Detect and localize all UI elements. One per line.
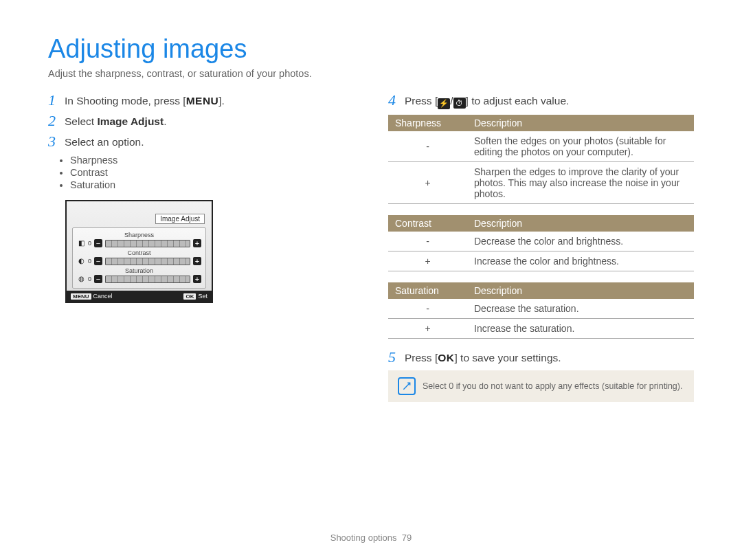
cell-sign: -	[388, 299, 467, 319]
ok-key: OK	[183, 293, 196, 300]
step-5: 5 Press [OK] to save your settings.	[388, 350, 694, 365]
cell-sign: +	[388, 161, 467, 203]
option-saturation: Saturation	[70, 179, 354, 190]
screen-row-bar: ◐ 0 − +	[77, 257, 201, 265]
step-text-before: In Shooting mode, press [	[65, 95, 186, 107]
table-row: -Decrease the saturation.	[388, 299, 694, 319]
screen-row-zero: 0	[88, 240, 91, 247]
content-columns: 1 In Shooting mode, press [MENU]. 2 Sele…	[48, 93, 694, 402]
step-text-before: Select	[65, 115, 97, 127]
page: Adjusting images Adjust the sharpness, c…	[0, 0, 742, 402]
screen-row-zero: 0	[88, 258, 91, 265]
step-number: 5	[388, 350, 405, 365]
step-text-after: ] to adjust each value.	[466, 95, 570, 107]
page-title: Adjusting images	[48, 34, 694, 64]
step-number: 1	[48, 93, 65, 108]
plus-icon: +	[193, 257, 201, 265]
step-text-before: Press [	[405, 95, 438, 107]
menu-key: MENU	[186, 95, 219, 107]
ok-key: OK	[438, 352, 454, 363]
step-text: Select Image Adjust.	[65, 113, 166, 128]
table-row: +Increase the saturation.	[388, 318, 694, 338]
step-text: Select an option.	[65, 134, 144, 148]
step-text: In Shooting mode, press [MENU].	[65, 93, 225, 107]
th-description: Description	[467, 215, 694, 232]
footer-section: Shooting options	[330, 533, 397, 543]
screen-row-bar: ◍ 0 − +	[77, 275, 201, 283]
page-footer: Shooting options 79	[0, 533, 742, 543]
step-number: 4	[388, 93, 405, 108]
saturation-table: SaturationDescription -Decrease the satu…	[388, 282, 694, 339]
saturation-icon: ◍	[77, 276, 85, 282]
slider-track	[105, 240, 190, 247]
th-description: Description	[467, 282, 694, 299]
footer-page: 79	[402, 533, 412, 543]
note-box: Select 0 if you do not want to apply any…	[388, 370, 694, 402]
step-number: 3	[48, 134, 65, 149]
cell-sign: +	[388, 251, 467, 271]
table-row: +Increase the color and brightness.	[388, 251, 694, 271]
screen-bottom-bar: MENUCancel OKSet	[67, 291, 212, 302]
step-text-after: .	[164, 115, 166, 127]
minus-icon: −	[94, 275, 102, 283]
screen-row-contrast: Contrast ◐ 0 − +	[77, 249, 201, 265]
step-3: 3 Select an option.	[48, 134, 354, 149]
option-sharpness: Sharpness	[70, 155, 354, 166]
step-text-after: ].	[218, 95, 225, 107]
table-row: +Sharpen the edges to improve the clarit…	[388, 161, 694, 203]
note-icon	[398, 377, 416, 395]
sharpness-icon: ◧	[77, 240, 85, 247]
screen-set: OKSet	[183, 293, 207, 300]
cell-sign: -	[388, 232, 467, 251]
minus-icon: −	[94, 257, 102, 265]
step-text-before: Press [	[405, 352, 438, 363]
step-text-after: ] to save your settings.	[454, 352, 561, 363]
screen-row-saturation: Saturation ◍ 0 − +	[77, 267, 201, 283]
screen-panel: Sharpness ◧ 0 − + Contrast ◐	[72, 227, 206, 289]
contrast-icon: ◐	[77, 258, 85, 265]
option-contrast: Contrast	[70, 167, 354, 178]
left-column: 1 In Shooting mode, press [MENU]. 2 Sele…	[48, 93, 354, 402]
table-row: -Soften the edges on your photos (suitab…	[388, 131, 694, 162]
step-number: 2	[48, 113, 65, 128]
step-4: 4 Press [⚡/⏱] to adjust each value.	[388, 93, 694, 109]
cell-desc: Decrease the saturation.	[467, 299, 694, 319]
right-column: 4 Press [⚡/⏱] to adjust each value. Shar…	[388, 93, 694, 402]
screen-cancel: MENUCancel	[71, 293, 113, 300]
screen-title: Image Adjust	[155, 214, 205, 224]
step-1: 1 In Shooting mode, press [MENU].	[48, 93, 354, 108]
minus-icon: −	[94, 239, 102, 247]
cell-desc: Increase the saturation.	[467, 318, 694, 338]
screen-row-label: Contrast	[77, 249, 201, 256]
note-text: Select 0 if you do not want to apply any…	[423, 381, 682, 391]
th-description: Description	[467, 115, 694, 131]
screen-row-zero: 0	[88, 276, 91, 282]
screen-top: Image Adjust	[67, 201, 212, 227]
step-text: Press [⚡/⏱] to adjust each value.	[405, 93, 569, 109]
cell-desc: Soften the edges on your photos (suitabl…	[467, 131, 694, 162]
screen-row-bar: ◧ 0 − +	[77, 239, 201, 247]
flash-icon: ⚡	[438, 98, 450, 109]
slash: /	[450, 95, 453, 107]
screen-row-sharpness: Sharpness ◧ 0 − +	[77, 232, 201, 247]
th-contrast: Contrast	[388, 215, 467, 232]
th-sharpness: Sharpness	[388, 115, 467, 131]
camera-screen: Image Adjust Sharpness ◧ 0 − +	[65, 200, 213, 303]
screen-row-label: Sharpness	[77, 232, 201, 238]
slider-track	[105, 276, 190, 283]
menu-key: MENU	[71, 293, 91, 300]
page-subtitle: Adjust the sharpness, contrast, or satur…	[48, 68, 694, 79]
contrast-table: ContrastDescription -Decrease the color …	[388, 215, 694, 271]
cell-desc: Sharpen the edges to improve the clarity…	[467, 161, 694, 203]
slider-track	[105, 258, 190, 265]
th-saturation: Saturation	[388, 282, 467, 299]
step-3-options: Sharpness Contrast Saturation	[70, 155, 354, 190]
plus-icon: +	[193, 239, 201, 247]
screen-row-label: Saturation	[77, 267, 201, 274]
cell-sign: -	[388, 131, 467, 162]
step-text: Press [OK] to save your settings.	[405, 350, 561, 364]
screen-cancel-label: Cancel	[93, 293, 113, 300]
screen-set-label: Set	[198, 293, 207, 300]
step-2: 2 Select Image Adjust.	[48, 113, 354, 128]
step-text-bold: Image Adjust	[97, 115, 164, 127]
